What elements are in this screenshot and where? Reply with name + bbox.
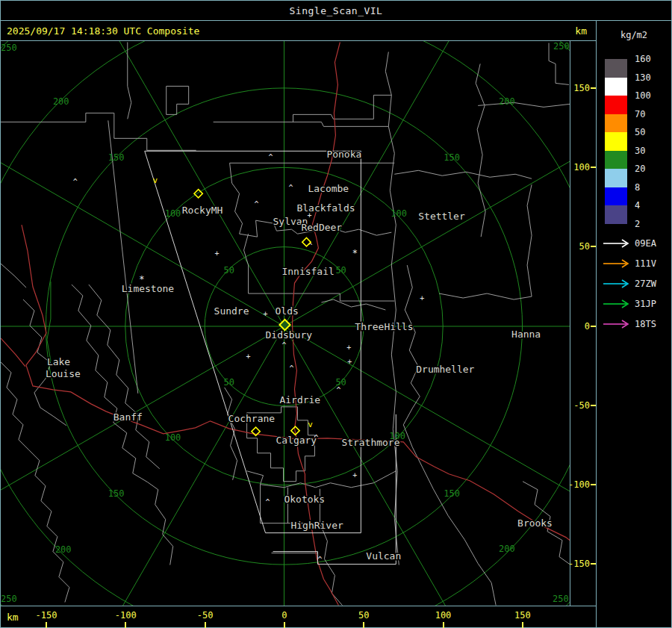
county-boundary bbox=[128, 42, 131, 119]
town-caret-marker: ^ bbox=[336, 386, 340, 394]
city-label-hanna: Hanna bbox=[511, 329, 541, 340]
town-caret-marker: ^ bbox=[266, 498, 270, 506]
ring-distance-label: 50 bbox=[224, 265, 234, 276]
ring-distance-label: 200 bbox=[499, 96, 515, 107]
ring-distance-label: 250 bbox=[1, 594, 17, 604]
city-label-rockymh: RockyMH bbox=[182, 205, 223, 216]
city-label-brooks: Brooks bbox=[517, 517, 553, 529]
ring-distance-label: 100 bbox=[165, 432, 181, 443]
legend-color-box bbox=[605, 96, 627, 114]
bottom-axis-tick-label: -50 bbox=[197, 610, 214, 621]
county-boundary bbox=[29, 450, 69, 603]
right-axis-tick-label: -50 bbox=[573, 400, 590, 411]
city-label-okotoks: Okotoks bbox=[284, 494, 326, 505]
legend-value-label: 8 bbox=[635, 182, 640, 193]
town-star-marker: * bbox=[352, 248, 358, 258]
town-plus-marker: + bbox=[346, 343, 351, 352]
city-label-vulcan: Vulcan bbox=[366, 550, 401, 562]
city-label-innisfail: Innisfail bbox=[282, 266, 335, 277]
bottom-axis-tick-label: 50 bbox=[358, 610, 369, 621]
wind-vee-marker: v bbox=[152, 175, 158, 185]
ring-distance-label: 250 bbox=[553, 594, 569, 604]
city-label-cochrane: Cochrane bbox=[228, 413, 276, 424]
ring-distance-label: 150 bbox=[108, 152, 125, 163]
legend-color-box bbox=[605, 151, 627, 170]
city-label-calgary: Calgary bbox=[276, 435, 317, 446]
town-plus-marker: + bbox=[347, 358, 352, 366]
radar-arrow-icon-09ea bbox=[603, 238, 629, 249]
ring-distance-label: 200 bbox=[55, 544, 72, 555]
city-label-drumheller: Drumheller bbox=[416, 364, 474, 375]
legend-value-label: 30 bbox=[635, 146, 645, 156]
legend-value-label: 160 bbox=[635, 54, 651, 64]
city-label-sundre: Sundre bbox=[214, 305, 249, 317]
radar-id-label: 09EA bbox=[635, 238, 656, 249]
county-boundary bbox=[293, 95, 391, 122]
city-label-lacombe: Lacombe bbox=[308, 183, 349, 194]
legend-value-label: 2 bbox=[635, 219, 640, 229]
legend-color-box bbox=[605, 205, 627, 224]
county-boundary bbox=[225, 388, 237, 480]
legend-value-label: 20 bbox=[635, 164, 645, 174]
legend-value-label: 100 bbox=[635, 90, 651, 101]
scan-timestamp: 2025/09/17 14:18:30 UTC Composite bbox=[1, 25, 575, 37]
right-axis-tick-label: 100 bbox=[573, 162, 590, 172]
bottom-axis-tick-label: 100 bbox=[435, 610, 452, 621]
town-plus-marker: + bbox=[420, 294, 424, 302]
radar-id-label: 31JP bbox=[635, 299, 656, 309]
county-boundary bbox=[214, 122, 389, 126]
city-label-strathmore: Strathmore bbox=[341, 437, 399, 448]
town-caret-marker: ^ bbox=[281, 341, 286, 349]
town-plus-marker: + bbox=[264, 310, 268, 318]
legend-title: kg/m2 bbox=[597, 30, 671, 40]
right-axis-tick-label: 50 bbox=[579, 241, 590, 252]
town-caret-marker: ^ bbox=[73, 178, 78, 186]
title-bar: Single_Scan_VIL bbox=[1, 1, 671, 21]
radar-arrow-icon-27zw bbox=[603, 279, 629, 289]
town-caret-marker: ^ bbox=[288, 184, 293, 192]
radar-arrow-icon-18ts bbox=[603, 319, 629, 329]
radar-map-canvas[interactable]: 5050505010010010010015015015015020020020… bbox=[1, 41, 570, 606]
legend-color-box bbox=[605, 78, 627, 96]
county-boundary bbox=[247, 471, 396, 488]
legend-color-box bbox=[605, 187, 627, 206]
county-boundary bbox=[439, 293, 532, 299]
city-label-lake: Lake bbox=[47, 356, 70, 367]
radial-line bbox=[284, 326, 570, 525]
ring-distance-label: 100 bbox=[391, 208, 407, 219]
legend-value-label: 50 bbox=[635, 127, 645, 137]
bottom-axis-tick bbox=[205, 622, 206, 628]
city-label-louise: Louise bbox=[46, 368, 81, 379]
ring-distance-label: 50 bbox=[224, 377, 234, 388]
county-boundary bbox=[385, 52, 399, 565]
bottom-axis-tick-label: 0 bbox=[281, 610, 287, 621]
town-caret-marker: ^ bbox=[289, 364, 293, 373]
right-axis-tick-label: -100 bbox=[568, 479, 590, 490]
city-label-didsbury: Didsbury bbox=[266, 329, 313, 341]
legend-color-box bbox=[605, 114, 627, 133]
right-axis-tick-label: -150 bbox=[568, 559, 590, 569]
county-boundary bbox=[403, 265, 496, 605]
city-label-limestone: Limestone bbox=[122, 283, 174, 294]
city-label-threehills: ThreeHills bbox=[355, 321, 413, 332]
town-plus-marker: + bbox=[352, 471, 357, 479]
city-label-banff: Banff bbox=[113, 411, 143, 423]
right-axis-tick-label: 150 bbox=[573, 83, 590, 93]
town-plus-marker: + bbox=[215, 249, 220, 258]
legend-value-label: 130 bbox=[635, 72, 651, 83]
town-caret-marker: ^ bbox=[269, 153, 273, 161]
radial-line bbox=[86, 326, 284, 606]
bottom-axis-tick bbox=[363, 622, 364, 628]
radar-id-label: 27ZW bbox=[635, 279, 656, 289]
ring-distance-label: 150 bbox=[444, 488, 460, 499]
county-boundary bbox=[167, 86, 189, 114]
city-label-stettler: Stettler bbox=[418, 211, 465, 222]
legend-color-box bbox=[605, 169, 627, 187]
right-axis-tick bbox=[591, 167, 596, 168]
bottom-axis-tick bbox=[46, 622, 47, 628]
county-boundary bbox=[1, 362, 29, 450]
city-label-blackfalds: Blackfalds bbox=[296, 202, 355, 214]
county-boundary bbox=[478, 102, 570, 107]
bottom-axis-tick bbox=[284, 622, 285, 628]
county-boundary bbox=[527, 184, 532, 296]
